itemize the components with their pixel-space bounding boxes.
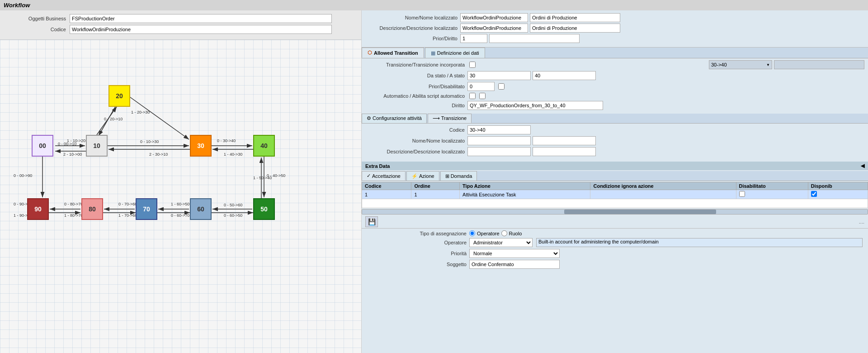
title-bar: Workflow: [0, 0, 868, 10]
action-tabs: ✓ Accettazione ⚡ Azione ⊞ Domanda: [362, 171, 868, 181]
radio-operatore[interactable]: [469, 230, 475, 236]
t-nome-label: Nome/Nome localizzato: [365, 138, 465, 143]
right-top-form: Nome/Nome localizzato Descrizione/Descri…: [362, 10, 868, 48]
node-10[interactable]: 10: [86, 135, 108, 157]
soggetto-input[interactable]: [469, 260, 560, 269]
t-descrizione-input1[interactable]: [467, 147, 531, 156]
diritto-value-input[interactable]: [467, 101, 603, 110]
tab-definizione-label: Definizione dei dati: [437, 50, 479, 56]
arrow-label-16: 0 - 70->60: [118, 202, 137, 206]
prior-dis-label: Prior/Disabilitato: [365, 84, 465, 89]
table-row-empty: [362, 199, 868, 208]
codice-label: Codice: [7, 27, 66, 32]
transizione-icon: ⟶: [433, 115, 440, 121]
nome-input1[interactable]: [460, 13, 528, 22]
workflow-canvas: 1 - 10->20 0 - 20->10 1 - 20->30 0 - 00-…: [0, 40, 361, 353]
save-button[interactable]: 💾: [365, 216, 378, 227]
nome-input2[interactable]: [530, 13, 620, 22]
transizione-label: Transizione/Transizione incorporata: [365, 62, 465, 67]
t-nome-input2[interactable]: [533, 136, 596, 145]
table-container: Codice Ordine Tipo Azione Condizione ign…: [362, 182, 868, 208]
node-20[interactable]: 20: [108, 85, 130, 107]
arrow-label-5: 0 - 10->30: [140, 139, 159, 144]
content-area: Oggetti Business Codice: [0, 10, 868, 353]
tab-azione[interactable]: ⚡ Azione: [406, 171, 439, 181]
oggetti-row: Oggetti Business: [7, 14, 354, 23]
t-descrizione-label: Descrizione/Descrizione localizzato: [365, 149, 465, 154]
disabilitato-checkbox[interactable]: [498, 83, 505, 90]
arrow-label-12: 0 - 50->60: [224, 203, 242, 207]
descrizione-input2[interactable]: [530, 24, 620, 33]
radio-operatore-label: Operatore: [477, 231, 500, 236]
col-tipo-azione: Tipo Azione: [460, 182, 590, 190]
cell-ordine: 1: [411, 190, 460, 199]
priorita-select[interactable]: Normale: [469, 249, 560, 258]
node-40[interactable]: 40: [253, 135, 275, 157]
arrow-label-9: 1 - 40->30: [224, 152, 242, 157]
nome-label: Nome/Nome localizzato: [367, 15, 458, 20]
horizontal-scrollbar[interactable]: [362, 209, 868, 215]
save-bar: 💾 ....: [362, 215, 868, 228]
prior-dis-input[interactable]: [467, 82, 495, 91]
t-descrizione-input2[interactable]: [533, 147, 596, 156]
lightning-icon: ⚡: [411, 173, 418, 179]
transizione-form-content: Codice Nome/Nome localizzato Descrizione…: [362, 124, 868, 160]
page-title: Workflow: [4, 2, 30, 9]
tab-definizione-icon: ▦: [431, 50, 435, 56]
left-panel: Oggetti Business Codice: [0, 10, 362, 353]
tab-transizione[interactable]: ⟶ Transizione: [428, 114, 472, 123]
node-30[interactable]: 30: [190, 135, 212, 157]
svg-line-3: [99, 107, 115, 136]
t-codice-input[interactable]: [467, 125, 531, 134]
script-checkbox[interactable]: [479, 93, 486, 99]
node-90[interactable]: 90: [27, 198, 49, 220]
right-panel: Nome/Nome localizzato Descrizione/Descri…: [362, 10, 868, 353]
transition-dropdown[interactable]: 30->40 ▼: [709, 60, 772, 69]
arrow-label-18: 0 - 80->70: [64, 202, 83, 206]
diritto-label: Diritto: [365, 103, 465, 108]
descrizione-input1[interactable]: [460, 24, 528, 33]
chevron-down-icon: ▼: [766, 63, 770, 67]
t-descrizione-row: Descrizione/Descrizione localizzato: [365, 147, 864, 156]
transizione-checkbox[interactable]: [469, 62, 476, 68]
t-codice-label: Codice: [365, 127, 465, 133]
arrows-svg: [0, 40, 361, 353]
diritto-input[interactable]: [489, 34, 580, 43]
soggetto-row: Soggetto: [367, 260, 863, 269]
extra-data-label: Extra Data: [365, 163, 390, 169]
tab-domanda-label: Domanda: [451, 173, 472, 179]
col-ordine: Ordine: [411, 182, 460, 190]
priorita-label: Priorità: [367, 251, 467, 256]
node-60[interactable]: 60: [190, 198, 212, 220]
expand-icon[interactable]: ◀: [861, 163, 864, 169]
a-stato-input[interactable]: [533, 71, 596, 80]
tab-configurazione[interactable]: ⚙ Configurazione attività: [362, 114, 427, 123]
prior-label: Prior/Diritto: [367, 36, 458, 41]
arrow-label-6: 0 - 30->40: [217, 138, 236, 143]
descrizione-row: Descrizione/Descrizione localizzato: [367, 24, 863, 33]
cell-disponib: [808, 190, 868, 199]
node-00[interactable]: 00: [32, 135, 53, 157]
tab-accettazione[interactable]: ✓ Accettazione: [362, 171, 406, 181]
oggetti-input[interactable]: [70, 14, 332, 23]
arrow-label-17: 1 - 70->60: [118, 213, 137, 218]
tab-allowed-transition[interactable]: ⬡ Allowed Transition: [362, 48, 424, 58]
node-50[interactable]: 50: [253, 198, 275, 220]
tab-definizione[interactable]: ▦ Definizione dei dati: [425, 48, 485, 58]
radio-ruolo[interactable]: [501, 230, 507, 236]
operatore-radio-group: Operatore Ruolo: [469, 230, 522, 236]
automatico-checkbox[interactable]: [469, 93, 476, 99]
table-icon: ⊞: [445, 173, 449, 179]
da-stato-input[interactable]: [467, 71, 531, 80]
codice-input[interactable]: [70, 25, 332, 34]
table-row[interactable]: 1 1 Attività Esecuzione Task: [362, 190, 868, 199]
node-80[interactable]: 80: [81, 198, 103, 220]
transition-dropdown-extra[interactable]: [774, 60, 864, 69]
transition-dropdown-value: 30->40: [711, 62, 727, 67]
operatore-select[interactable]: Administrator: [469, 238, 533, 247]
tab-domanda[interactable]: ⊞ Domanda: [440, 171, 477, 181]
t-nome-input1[interactable]: [467, 136, 531, 145]
allowed-transition-content: Transizione/Transizione incorporata 30->…: [362, 58, 868, 114]
node-70[interactable]: 70: [136, 198, 157, 220]
prior-input[interactable]: [460, 34, 487, 43]
